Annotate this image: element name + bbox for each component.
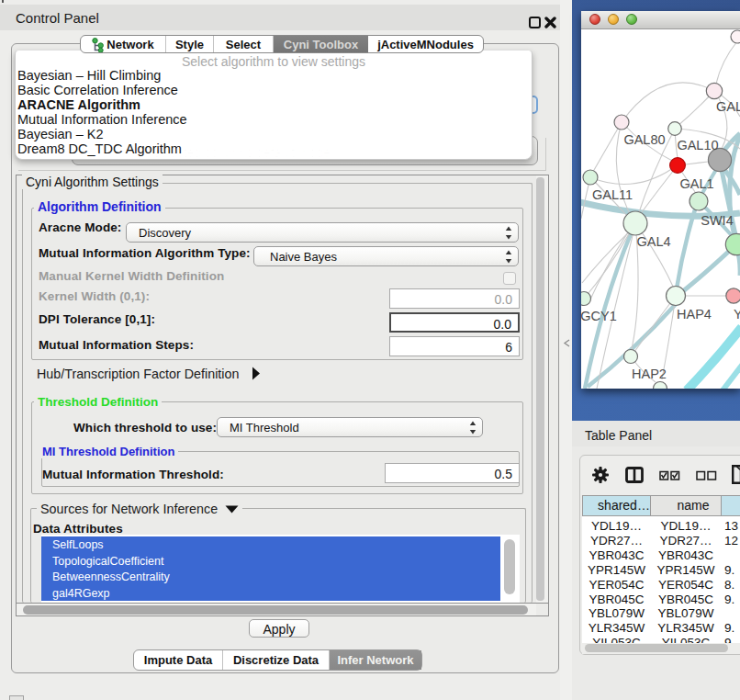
svg-text:HAP2: HAP2 <box>632 367 667 381</box>
svg-text:GCY1: GCY1 <box>581 309 617 323</box>
svg-text:GAL80: GAL80 <box>623 132 665 147</box>
svg-text:GAL1: GAL1 <box>679 176 713 191</box>
svg-text:GAL7: GAL7 <box>716 99 740 114</box>
svg-text:GAL10: GAL10 <box>677 138 718 152</box>
svg-text:SWI4: SWI4 <box>701 213 733 228</box>
svg-text:HAP4: HAP4 <box>677 307 712 322</box>
svg-text:YJ: YJ <box>734 307 740 322</box>
svg-text:GAL4: GAL4 <box>636 234 670 249</box>
svg-text:GAL11: GAL11 <box>592 187 633 202</box>
